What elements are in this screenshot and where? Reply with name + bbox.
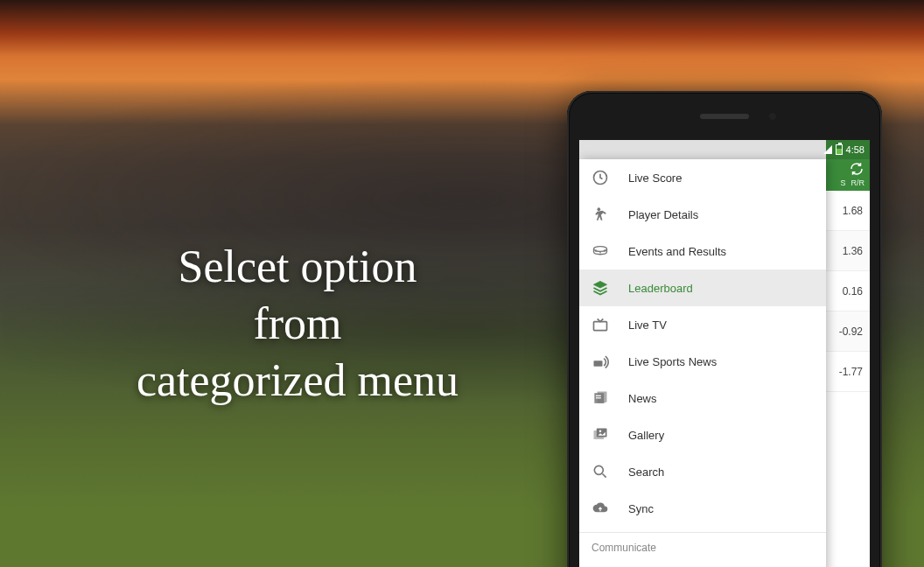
phone-camera [768,112,777,121]
svg-rect-3 [594,322,607,331]
cell-value: -0.92 [839,326,863,338]
newspaper-icon [592,389,609,407]
navigation-drawer: Live Score Player Details Events and Res… [579,159,826,567]
menu-item-events-results[interactable]: Events and Results [579,233,826,270]
menu-item-gallery[interactable]: Gallery [579,416,826,453]
menu-item-label: News [628,392,657,405]
menu-item-label: Player Details [628,208,698,221]
menu-item-label: Live Score [628,172,682,185]
phone-frame: 4:58 S R/R 1.68 1.36 0.16 -0.92 -1.77 [567,91,882,567]
status-time: 4:58 [846,144,864,155]
svg-rect-5 [596,396,601,396]
menu-item-label: Sync [628,502,654,515]
cell-value: -1.77 [839,366,863,378]
svg-point-9 [599,430,602,433]
broadcast-icon [592,353,609,370]
content-behind-drawer: S R/R 1.68 1.36 0.16 -0.92 -1.77 [826,140,870,567]
menu-item-label: Events and Results [628,245,726,258]
tv-icon [592,316,609,333]
column-header: R/R [851,178,865,187]
menu-item-live-tv[interactable]: Live TV [579,306,826,343]
promo-line: categorized menu [52,352,542,409]
stadium-icon [592,242,609,260]
menu-item-label: Live Sports News [628,355,717,368]
svg-rect-6 [596,397,601,398]
promo-line: from [52,295,542,352]
layers-icon [592,279,609,297]
status-bar: 4:58 [579,140,870,159]
menu-item-label: Gallery [628,429,664,442]
menu-item-search[interactable]: Search [579,453,826,490]
table-rows: 1.68 1.36 0.16 -0.92 -1.77 [826,191,870,567]
table-row[interactable]: 0.16 [826,271,870,312]
cell-value: 1.68 [843,205,863,217]
table-row[interactable]: 1.36 [826,231,870,271]
battery-icon [836,144,843,155]
promo-text: Selcet option from categorized menu [52,238,542,409]
table-row[interactable]: 1.68 [826,191,870,231]
phone-speaker [700,114,749,119]
clock-icon [592,169,609,186]
menu-item-label: Leaderboard [628,282,693,295]
menu-item-news[interactable]: News [579,380,826,416]
column-header: S [840,178,845,187]
table-row[interactable]: -0.92 [826,312,870,352]
menu-item-sync[interactable]: Sync [579,490,826,527]
drawer-section-label: Communicate [579,532,826,559]
refresh-icon[interactable] [849,161,864,177]
phone-screen: 4:58 S R/R 1.68 1.36 0.16 -0.92 -1.77 [579,140,870,567]
svg-point-1 [598,207,601,211]
signal-icon [823,145,832,154]
table-row[interactable]: -1.77 [826,352,870,392]
menu-item-live-score[interactable]: Live Score [579,159,826,196]
cloud-sync-icon [592,500,609,517]
svg-point-10 [594,466,603,474]
cell-value: 0.16 [843,285,863,298]
gallery-icon [592,426,609,444]
svg-rect-4 [594,360,603,367]
cell-value: 1.36 [843,245,863,257]
menu-item-label: Search [628,466,664,479]
menu-item-live-sports-news[interactable]: Live Sports News [579,343,826,380]
search-icon [592,463,609,480]
menu-item-player-details[interactable]: Player Details [579,196,826,233]
menu-item-label: Live TV [628,318,667,332]
promo-line: Selcet option [52,238,542,295]
player-icon [592,206,609,223]
menu-item-feedback[interactable]: Feedback [579,559,826,567]
menu-item-leaderboard[interactable]: Leaderboard [579,270,826,306]
